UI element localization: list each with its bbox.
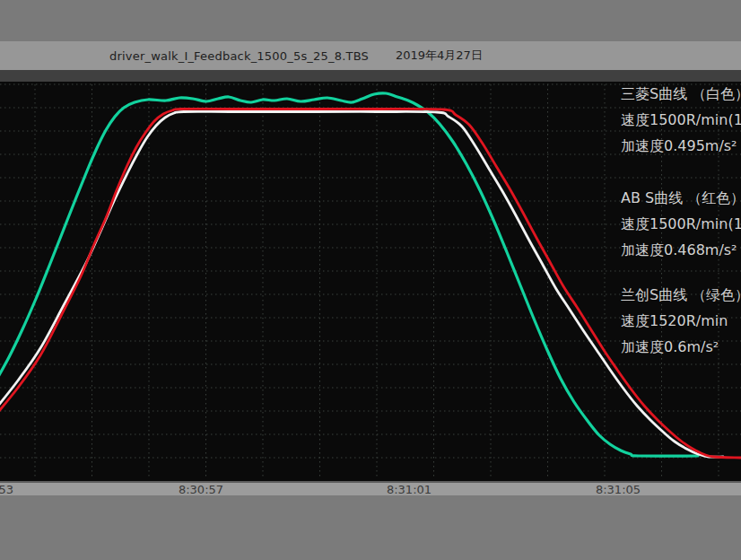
top-gray-band	[0, 0, 741, 41]
x-tick-label: 8:31:01	[387, 483, 432, 495]
bottom-gray-band	[0, 495, 741, 560]
legend-speed: 速度1500R/min(14	[621, 211, 741, 237]
legend-acceleration: 加速度0.6m/s²	[621, 334, 741, 360]
legend-acceleration: 加速度0.495m/s²	[621, 133, 741, 159]
legend-acceleration: 加速度0.468m/s²	[621, 237, 741, 263]
curve-绿色	[0, 93, 698, 456]
x-tick-label: 8:31:05	[596, 483, 641, 495]
trace-date: 2019年4月27日	[396, 48, 483, 64]
legend-speed: 速度1500R/min(14	[621, 107, 741, 133]
legend-block-mitsubishi-white: 三菱S曲线 （白色） 速度1500R/min(14 加速度0.495m/s²	[621, 81, 741, 159]
x-tick-label: 8:30:57	[179, 483, 223, 495]
chart-plot-area[interactable]: 三菱S曲线 （白色） 速度1500R/min(14 加速度0.495m/s² A…	[0, 70, 741, 481]
title-bar: driver_walk_I_Feedback_1500_5s_25_8.TBS …	[0, 41, 741, 70]
x-axis-strip: 8:30:538:30:578:31:018:31:05	[0, 481, 741, 495]
curve-白色	[0, 111, 723, 457]
legend-speed: 速度1520R/min （	[621, 308, 741, 334]
legend-block-ab-red: AB S曲线 （红色） 速度1500R/min(14 加速度0.468m/s²	[621, 185, 741, 263]
x-tick-label: 8:30:53	[0, 483, 13, 495]
trace-viewer-window: driver_walk_I_Feedback_1500_5s_25_8.TBS …	[0, 0, 741, 560]
legend-title: 三菱S曲线 （白色）	[621, 81, 741, 107]
legend-block-lanchuang-green: 兰创S曲线 （绿色） 速度1520R/min （ 加速度0.6m/s²	[621, 282, 741, 360]
legend-title: AB S曲线 （红色）	[621, 185, 741, 211]
trace-filename: driver_walk_I_Feedback_1500_5s_25_8.TBS	[109, 49, 369, 63]
legend-title: 兰创S曲线 （绿色）	[621, 282, 741, 308]
